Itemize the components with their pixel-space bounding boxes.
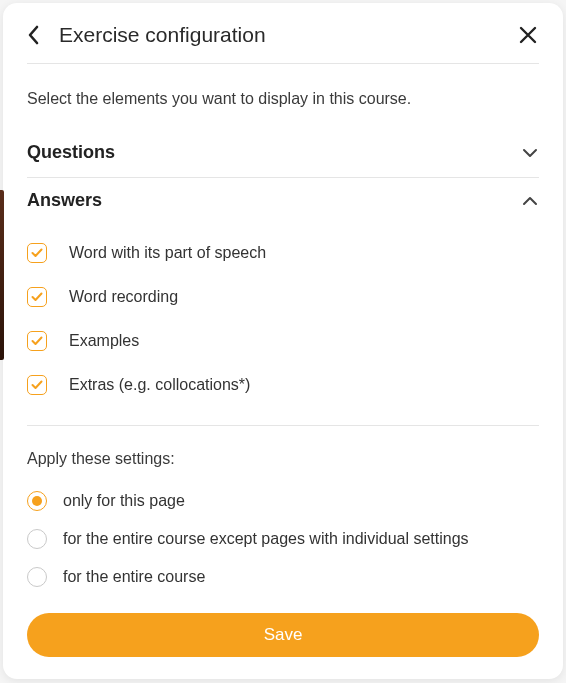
check-icon	[31, 336, 43, 346]
chevron-left-icon	[27, 25, 41, 45]
radio[interactable]	[27, 529, 47, 549]
sheet-content: Select the elements you want to display …	[3, 64, 563, 607]
apply-settings-title: Apply these settings:	[27, 426, 539, 482]
check-icon	[31, 380, 43, 390]
radio[interactable]	[27, 567, 47, 587]
chevron-up-icon	[521, 192, 539, 210]
accordion-answers[interactable]: Answers	[27, 178, 539, 225]
apply-options: only for this page for the entire course…	[27, 482, 539, 607]
checkbox[interactable]	[27, 243, 47, 263]
save-button[interactable]: Save	[27, 613, 539, 657]
back-button[interactable]	[23, 24, 45, 46]
intro-text: Select the elements you want to display …	[27, 64, 539, 130]
option-label: Word recording	[69, 288, 178, 306]
option-label: Examples	[69, 332, 139, 350]
close-icon	[519, 26, 537, 44]
close-button[interactable]	[517, 24, 539, 46]
radio-label: only for this page	[63, 492, 185, 510]
exercise-config-sheet: Exercise configuration Select the elemen…	[3, 3, 563, 679]
checkbox[interactable]	[27, 287, 47, 307]
apply-option-course[interactable]: for the entire course	[27, 558, 539, 596]
option-label: Extras (e.g. collocations*)	[69, 376, 250, 394]
option-word-recording[interactable]: Word recording	[27, 275, 539, 319]
sheet-title: Exercise configuration	[59, 23, 503, 47]
answers-options: Word with its part of speech Word record…	[27, 225, 539, 425]
accordion-title: Questions	[27, 142, 115, 163]
check-icon	[31, 292, 43, 302]
apply-option-course-except[interactable]: for the entire course except pages with …	[27, 520, 539, 558]
chevron-down-icon	[521, 144, 539, 162]
option-extras[interactable]: Extras (e.g. collocations*)	[27, 363, 539, 407]
option-word-pos[interactable]: Word with its part of speech	[27, 231, 539, 275]
accordion-questions[interactable]: Questions	[27, 130, 539, 177]
sheet-header: Exercise configuration	[3, 3, 563, 63]
option-examples[interactable]: Examples	[27, 319, 539, 363]
radio[interactable]	[27, 491, 47, 511]
accordion-title: Answers	[27, 190, 102, 211]
checkbox[interactable]	[27, 331, 47, 351]
option-label: Word with its part of speech	[69, 244, 266, 262]
sheet-footer: Save	[3, 607, 563, 679]
apply-option-page[interactable]: only for this page	[27, 482, 539, 520]
radio-label: for the entire course	[63, 568, 205, 586]
checkbox[interactable]	[27, 375, 47, 395]
radio-label: for the entire course except pages with …	[63, 530, 469, 548]
check-icon	[31, 248, 43, 258]
